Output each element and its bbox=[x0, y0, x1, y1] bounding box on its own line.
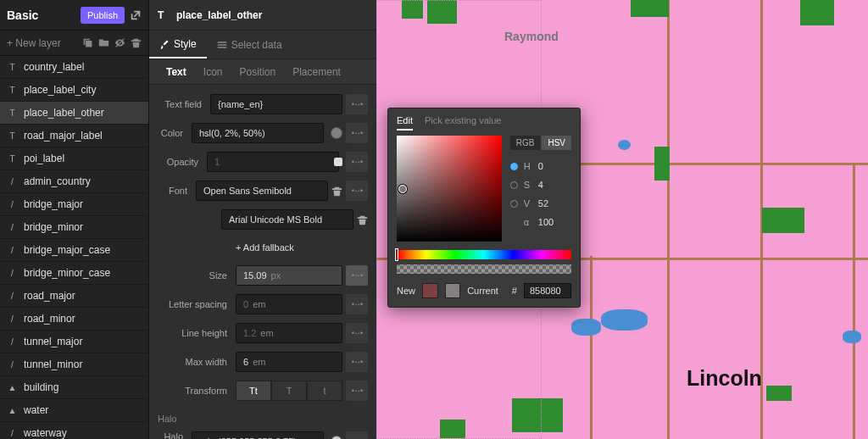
color-picker-popover: Edit Pick existing value RGB HSV H0S4V52… bbox=[387, 108, 581, 308]
alpha-value[interactable]: 100 bbox=[538, 217, 571, 227]
layer-item-tunnel_major[interactable]: /tunnel_major bbox=[0, 331, 148, 353]
subtab-placement[interactable]: Placement bbox=[284, 59, 349, 84]
layer-item-tunnel_minor[interactable]: /tunnel_minor bbox=[0, 353, 148, 376]
channel-radio-S[interactable] bbox=[510, 181, 518, 189]
layer-type-icon: / bbox=[7, 223, 18, 232]
layer-item-bridge_minor_case[interactable]: /bridge_minor_case bbox=[0, 262, 148, 285]
text-field-input[interactable] bbox=[210, 94, 342, 114]
color-input[interactable] bbox=[192, 123, 324, 143]
layer-name: tunnel_minor bbox=[24, 358, 82, 370]
hex-input[interactable] bbox=[524, 283, 571, 298]
size-value[interactable]: 15.09 bbox=[243, 270, 267, 281]
font-label: Font bbox=[149, 186, 196, 196]
line-height-value[interactable]: 1.2 bbox=[243, 328, 256, 338]
layer-type-icon: / bbox=[7, 360, 18, 370]
subtab-position[interactable]: Position bbox=[231, 59, 284, 84]
trash-icon[interactable] bbox=[331, 186, 342, 197]
size-expr-button[interactable] bbox=[346, 265, 368, 286]
layer-type-icon: T bbox=[7, 108, 18, 118]
letter-spacing-label: Letter spacing bbox=[149, 299, 236, 309]
color-expr-button[interactable] bbox=[346, 123, 368, 143]
subtab-text[interactable]: Text bbox=[158, 59, 195, 84]
publish-button[interactable]: Publish bbox=[81, 7, 125, 24]
layer-name: road_minor bbox=[24, 313, 75, 325]
channel-value-S[interactable]: 4 bbox=[538, 180, 571, 190]
subtab-icon[interactable]: Icon bbox=[195, 59, 231, 84]
letter-spacing-value[interactable]: 0 bbox=[243, 299, 248, 309]
layer-name: tunnel_major bbox=[24, 336, 82, 347]
layer-name: bridge_major_case bbox=[24, 244, 110, 256]
tab-select-data[interactable]: Select data bbox=[207, 31, 292, 58]
layer-item-place_label_other[interactable]: Tplace_label_other bbox=[0, 102, 148, 125]
picker-tab-edit[interactable]: Edit bbox=[397, 115, 413, 131]
layer-type-icon: / bbox=[7, 200, 18, 209]
map-label: Raymond bbox=[504, 30, 559, 43]
letter-spacing-expr-button[interactable] bbox=[346, 294, 368, 314]
layer-item-place_label_city[interactable]: Tplace_label_city bbox=[0, 79, 148, 102]
add-fallback-button[interactable]: + Add fallback bbox=[236, 238, 294, 257]
layer-item-poi_label[interactable]: Tpoi_label bbox=[0, 147, 148, 170]
opacity-input[interactable] bbox=[207, 152, 339, 172]
layer-type-icon: / bbox=[7, 337, 18, 347]
layer-item-country_label[interactable]: Tcountry_label bbox=[0, 56, 148, 79]
layer-item-admin_country[interactable]: /admin_country bbox=[0, 170, 148, 193]
font-primary-input[interactable] bbox=[196, 181, 328, 201]
layer-type-icon: ▲ bbox=[7, 406, 18, 415]
mode-hsv[interactable]: HSV bbox=[542, 136, 571, 150]
channel-value-H[interactable]: 0 bbox=[538, 161, 571, 171]
transform-label: Transform bbox=[149, 386, 236, 396]
hex-prefix: # bbox=[512, 286, 517, 296]
tab-style[interactable]: Style bbox=[149, 31, 207, 58]
halo-color-expr-button[interactable] bbox=[346, 431, 368, 439]
layer-name: bridge_minor_case bbox=[24, 267, 110, 279]
halo-color-input[interactable] bbox=[192, 431, 324, 439]
layer-item-bridge_major_case[interactable]: /bridge_major_case bbox=[0, 239, 148, 262]
layer-item-building[interactable]: ▲building bbox=[0, 376, 148, 399]
layer-type-icon: T bbox=[7, 154, 18, 164]
new-layer-button[interactable]: + New layer bbox=[7, 37, 77, 49]
new-swatch bbox=[422, 283, 438, 298]
trash-icon[interactable] bbox=[357, 214, 368, 225]
layer-item-bridge_major[interactable]: /bridge_major bbox=[0, 193, 148, 216]
text-field-expr-button[interactable] bbox=[346, 94, 368, 114]
halo-color-swatch[interactable] bbox=[331, 436, 342, 439]
mode-rgb[interactable]: RGB bbox=[510, 136, 541, 150]
alpha-slider[interactable] bbox=[397, 264, 571, 274]
transform-opt-0[interactable]: Tt bbox=[236, 381, 271, 401]
external-link-icon[interactable] bbox=[130, 9, 142, 21]
channel-radio-V[interactable] bbox=[510, 200, 518, 208]
channel-radio-H[interactable] bbox=[510, 163, 518, 170]
layer-item-waterway[interactable]: /waterway bbox=[0, 422, 148, 439]
font-secondary-input[interactable] bbox=[221, 209, 353, 230]
halo-color-label: Halo color bbox=[149, 431, 192, 439]
duplicate-icon[interactable] bbox=[82, 37, 93, 48]
transform-opt-2[interactable]: t bbox=[307, 381, 342, 401]
layer-name: country_label bbox=[24, 61, 84, 73]
current-swatch bbox=[445, 283, 461, 298]
folder-icon[interactable] bbox=[98, 37, 109, 48]
layer-name: road_major_label bbox=[24, 130, 103, 142]
layer-item-road_minor[interactable]: /road_minor bbox=[0, 308, 148, 331]
color-swatch[interactable] bbox=[331, 127, 342, 139]
trash-icon[interactable] bbox=[131, 37, 142, 48]
max-width-value[interactable]: 6 bbox=[243, 357, 248, 367]
picker-tab-existing[interactable]: Pick existing value bbox=[425, 115, 502, 131]
transform-expr-button[interactable] bbox=[346, 381, 368, 401]
transform-opt-1[interactable]: T bbox=[271, 381, 307, 401]
layer-name: admin_country bbox=[24, 175, 91, 187]
saturation-value-field[interactable] bbox=[397, 136, 502, 242]
sliders-icon bbox=[217, 40, 227, 50]
max-width-expr-button[interactable] bbox=[346, 352, 368, 372]
channel-value-V[interactable]: 52 bbox=[538, 198, 571, 208]
hue-slider[interactable] bbox=[397, 250, 571, 259]
layer-item-water[interactable]: ▲water bbox=[0, 399, 148, 422]
layer-name: poi_label bbox=[24, 153, 64, 164]
layer-item-road_major_label[interactable]: Troad_major_label bbox=[0, 125, 148, 147]
layer-type-icon: T bbox=[7, 86, 18, 95]
hide-icon[interactable] bbox=[114, 37, 125, 48]
layer-item-road_major[interactable]: /road_major bbox=[0, 285, 148, 308]
line-height-expr-button[interactable] bbox=[346, 323, 368, 343]
font-expr-button[interactable] bbox=[346, 181, 368, 201]
opacity-expr-button[interactable] bbox=[346, 152, 368, 172]
layer-item-bridge_minor[interactable]: /bridge_minor bbox=[0, 216, 148, 239]
